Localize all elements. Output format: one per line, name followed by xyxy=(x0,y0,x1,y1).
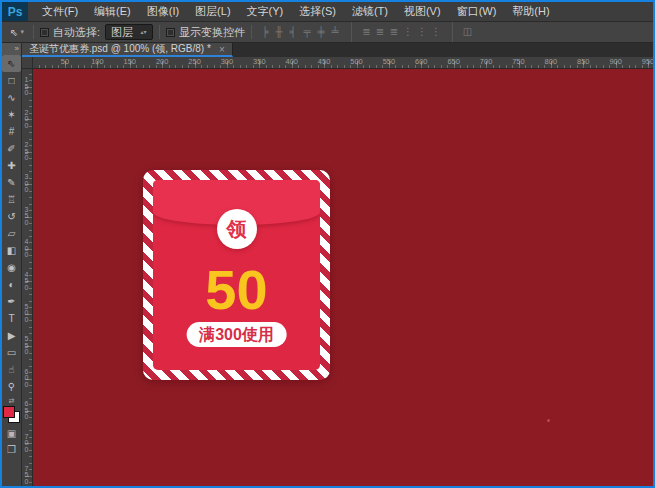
tool-preset-picker[interactable]: ⇖ ▾ xyxy=(7,27,27,38)
menu-item[interactable]: 文件(F) xyxy=(34,4,86,19)
color-swatches xyxy=(3,406,20,423)
coupon-artwork: 领 50 满300使用 xyxy=(143,170,330,380)
ruler-label: 150 xyxy=(114,57,146,66)
lasso-tool[interactable]: ∿ xyxy=(2,89,21,106)
checkbox-box[interactable] xyxy=(166,28,175,37)
align-left-edges-icon[interactable]: ╞ xyxy=(258,22,272,42)
ruler-corner[interactable] xyxy=(22,57,33,69)
ruler-label: 550 xyxy=(373,57,405,66)
ruler-label: 500 xyxy=(340,57,372,66)
menu-item[interactable]: 文字(Y) xyxy=(239,4,292,19)
foreground-color-swatch[interactable] xyxy=(3,406,15,418)
rectangular-marquee-tool[interactable]: □ xyxy=(2,72,21,89)
menu-item[interactable]: 视图(V) xyxy=(396,4,449,19)
crop-tool[interactable]: # xyxy=(2,123,21,140)
move-tool[interactable]: ⇖ xyxy=(2,55,21,72)
ruler-label: 600 xyxy=(405,57,437,66)
ruler-label: 700 xyxy=(470,57,502,66)
distribute-top-edges-icon[interactable]: ≣ xyxy=(351,22,373,42)
eyedropper-tool[interactable]: ✐ xyxy=(2,140,21,157)
distribute-horizontal-centers-icon[interactable]: ⋮ xyxy=(415,22,429,42)
auto-select-label: 自动选择: xyxy=(53,25,100,40)
cursor-mark xyxy=(547,419,550,422)
menu-item[interactable]: 图像(I) xyxy=(139,4,187,19)
red-envelope: 领 50 满300使用 xyxy=(153,180,320,370)
blur-tool[interactable]: ◉ xyxy=(2,259,21,276)
align-right-edges-icon[interactable]: ╡ xyxy=(286,22,300,42)
swap-colors-icon[interactable]: ⇄ xyxy=(9,397,15,405)
path-selection-tool[interactable]: ▶ xyxy=(2,327,21,344)
menu-item[interactable]: 帮助(H) xyxy=(504,4,557,19)
menu-item[interactable]: 选择(S) xyxy=(291,4,344,19)
coupon-amount: 50 xyxy=(153,262,320,318)
document-tab[interactable]: 圣诞节优惠券.psd @ 100% (领, RGB/8) * × xyxy=(22,43,233,57)
divider xyxy=(251,25,252,39)
ruler-label: 550 xyxy=(22,330,31,362)
distribute-left-edges-icon[interactable]: ⋮ xyxy=(401,22,415,42)
ruler-label: 450 xyxy=(22,265,31,297)
ruler-label: 250 xyxy=(178,57,210,66)
type-tool[interactable]: T xyxy=(2,310,21,327)
screen-mode-button[interactable]: ❐ xyxy=(2,441,21,457)
tools-panel: » ⇖ □ ∿ ✶ # ✐ ✚ ✎ ♖ xyxy=(2,43,22,486)
quick-mask-button[interactable]: ▣ xyxy=(2,425,21,441)
align-bottom-edges-icon[interactable]: ╧ xyxy=(328,22,342,42)
chevron-down-icon: ▾ xyxy=(20,28,24,36)
coupon-condition: 满300使用 xyxy=(186,322,287,347)
ruler-label: 50 xyxy=(49,57,81,66)
move-tool-icon: ⇖ xyxy=(10,27,18,38)
menu-item[interactable]: 图层(L) xyxy=(187,4,238,19)
zoom-tool[interactable]: ⚲ xyxy=(2,378,21,395)
ruler-label: 650 xyxy=(437,57,469,66)
ruler-label: 650 xyxy=(22,395,31,427)
document-tab-bar: 圣诞节优惠券.psd @ 100% (领, RGB/8) * × xyxy=(22,43,653,57)
ruler-label: 250 xyxy=(22,136,31,168)
eraser-tool[interactable]: ▱ xyxy=(2,225,21,242)
spot-healing-brush-tool[interactable]: ✚ xyxy=(2,157,21,174)
brush-tool[interactable]: ✎ xyxy=(2,174,21,191)
ruler-label: 750 xyxy=(22,459,31,486)
claim-badge-text: 领 xyxy=(227,216,247,243)
checkbox-box[interactable] xyxy=(40,28,49,37)
align-vertical-centers-icon[interactable]: ╪ xyxy=(314,22,328,42)
auto-select-checkbox[interactable]: 自动选择: xyxy=(40,25,100,40)
ruler-label: 200 xyxy=(22,103,31,135)
align-horizontal-centers-icon[interactable]: ╫ xyxy=(272,22,286,42)
hand-tool[interactable]: ☝ xyxy=(2,361,21,378)
menu-item[interactable]: 窗口(W) xyxy=(449,4,505,19)
vertical-ruler[interactable]: 150200250300350400450500550600650700750 xyxy=(22,69,33,486)
ruler-label: 850 xyxy=(567,57,599,66)
ruler-label: 100 xyxy=(81,57,113,66)
distribute-vertical-centers-icon[interactable]: ≣ xyxy=(373,22,387,42)
close-icon[interactable]: × xyxy=(219,44,225,55)
gradient-tool[interactable]: ◧ xyxy=(2,242,21,259)
quick-selection-tool[interactable]: ✶ xyxy=(2,106,21,123)
menu-bar: Ps 文件(F)编辑(E)图像(I)图层(L)文字(Y)选择(S)滤镜(T)视图… xyxy=(2,2,653,22)
show-transform-label: 显示变换控件 xyxy=(179,25,245,40)
divider xyxy=(33,25,34,39)
horizontal-ruler[interactable]: 5010015020025030035040045050055060065070… xyxy=(33,57,653,69)
distribute-right-edges-icon[interactable]: ⋮ xyxy=(429,22,443,42)
clone-stamp-tool[interactable]: ♖ xyxy=(2,191,21,208)
ruler-label: 350 xyxy=(243,57,275,66)
photoshop-logo-icon: Ps xyxy=(2,2,28,21)
dodge-tool[interactable]: ◐ xyxy=(2,276,21,293)
ruler-label: 600 xyxy=(22,362,31,394)
tools-panel-header[interactable]: » xyxy=(2,43,21,55)
show-transform-controls-checkbox[interactable]: 显示变换控件 xyxy=(166,25,245,40)
history-brush-tool[interactable]: ↺ xyxy=(2,208,21,225)
auto-align-layers-icon[interactable]: ◫ xyxy=(452,22,474,42)
align-top-edges-icon[interactable]: ╤ xyxy=(300,22,314,42)
document-canvas[interactable]: 领 50 满300使用 xyxy=(33,69,653,486)
menu-item[interactable]: 编辑(E) xyxy=(86,4,139,19)
distribute-bottom-edges-icon[interactable]: ≣ xyxy=(387,22,401,42)
rectangle-tool[interactable]: ▭ xyxy=(2,344,21,361)
auto-select-value: 图层 xyxy=(111,25,133,40)
menu-item[interactable]: 滤镜(T) xyxy=(344,4,396,19)
pen-tool[interactable]: ✒ xyxy=(2,293,21,310)
ruler-label: 400 xyxy=(22,233,31,265)
ruler-label: 800 xyxy=(535,57,567,66)
auto-select-target-dropdown[interactable]: 图层 ▴▾ xyxy=(105,24,153,40)
ruler-label: 500 xyxy=(22,298,31,330)
document-title: 圣诞节优惠券.psd @ 100% (领, RGB/8) * xyxy=(29,42,211,56)
